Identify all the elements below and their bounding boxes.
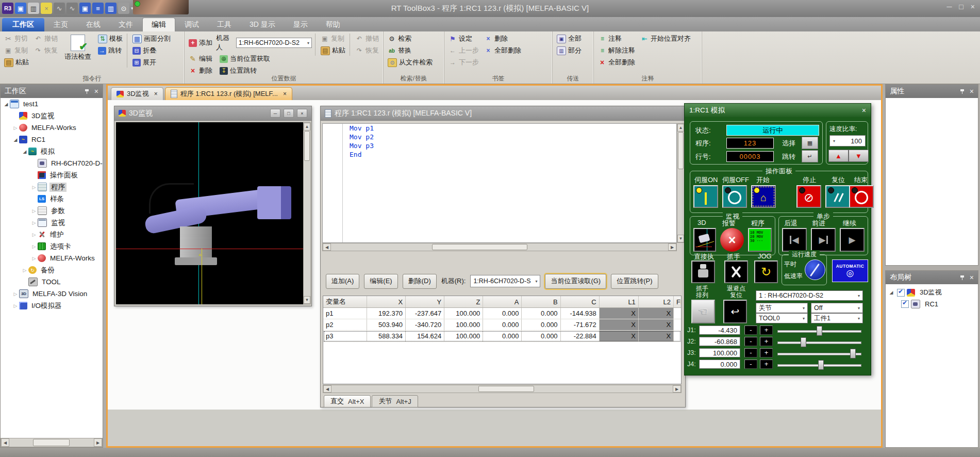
tree-item-backup[interactable]: ▷↻备份 [1, 264, 103, 276]
position-copy-button[interactable]: ▣复制 [320, 34, 346, 44]
tree-item-maintenance[interactable]: ▷维护 [1, 228, 103, 240]
col-header[interactable]: L2 [639, 296, 674, 307]
scrollbar-thumb[interactable] [304, 131, 310, 161]
slider-thumb[interactable] [850, 349, 856, 358]
slider-thumb[interactable] [818, 360, 824, 370]
slider-thumb[interactable] [817, 326, 822, 336]
j2-minus-button[interactable]: - [744, 337, 757, 346]
append-button[interactable]: 追加(A) [326, 274, 359, 289]
start-button[interactable]: ⌂ [751, 185, 776, 208]
window-close-button[interactable]: × [297, 109, 307, 118]
collapse-button[interactable]: ⊟折叠 [131, 45, 172, 56]
program-monitor-button[interactable]: 10 MOV 20 MOV 30 ··· [748, 228, 772, 252]
tab-home[interactable]: 主页 [45, 18, 77, 31]
tree-item-tool[interactable]: TOOL [1, 276, 103, 288]
code-vscrollbar[interactable]: ▲ ▼ [677, 123, 685, 243]
off-dropdown[interactable]: Off▾ [811, 303, 863, 313]
get-current-position-button[interactable]: ⊕当前位置获取 [219, 54, 271, 64]
mdi-tab-program[interactable]: 程序 1:RC1 123.r (模拟) [MELF...× [165, 87, 292, 100]
pin-icon[interactable] [85, 89, 89, 94]
operation-panel-close-icon[interactable]: × [862, 108, 866, 113]
table-row[interactable]: p1 192.370 -237.647 100.000 0.000 0.000 … [323, 308, 681, 319]
position-redo-button[interactable]: ↷恢复 [354, 45, 380, 56]
maximize-button[interactable]: □ [959, 3, 963, 11]
j4-plus-button[interactable]: + [760, 360, 773, 369]
jump-button[interactable]: →跳转 [97, 45, 124, 56]
automatic-button[interactable]: AUTOMATIC ◎ [832, 259, 868, 282]
tab-3d-display[interactable]: 3D 显示 [241, 18, 284, 31]
close-button[interactable]: × [971, 3, 975, 11]
slider-thumb[interactable] [801, 337, 806, 347]
code-line[interactable]: 1Mov p1 [323, 124, 676, 133]
tree-item-io-simulator[interactable]: ▷I/O模拟器 [1, 300, 103, 312]
transfer-all-button[interactable]: ▣全部 [556, 34, 583, 44]
tab-workspace[interactable]: 工作区 [2, 18, 44, 31]
tab-file[interactable]: 文件 [110, 18, 142, 31]
j3-plus-button[interactable]: + [760, 348, 773, 357]
bookmark-delete-button[interactable]: ×删除 [483, 34, 522, 44]
col-header[interactable]: Y [406, 296, 444, 307]
end-button[interactable] [849, 185, 874, 208]
minimize-button[interactable]: ─ [946, 3, 952, 11]
j1-slider[interactable] [777, 325, 861, 336]
screen-split-button[interactable]: ▦画面分割 [131, 34, 172, 44]
j4-slider[interactable] [777, 360, 861, 370]
robot-select-dropdown[interactable]: 1:RH-6CH7020-D-S2▾ [236, 38, 312, 48]
tool-dropdown[interactable]: TOOL0▾ [756, 313, 808, 323]
tree-item-operation-panel[interactable]: 操作面板 [1, 169, 103, 181]
expand-arrow-icon[interactable]: ◢ [12, 137, 19, 142]
table-row[interactable]: p2 503.940 -340.720 100.000 0.000 0.000 … [323, 319, 681, 331]
scroll-right-icon[interactable]: ▶ [94, 438, 102, 447]
edit-button[interactable]: 编辑(E) [364, 274, 397, 289]
cut-button[interactable]: ✂剪切 [3, 34, 30, 44]
search-in-files-button[interactable]: ⊙从文件检索 [387, 57, 434, 68]
servo-off-button[interactable] [722, 185, 747, 208]
expand-button[interactable]: ⊞展开 [131, 57, 172, 68]
collapse-arrow-icon[interactable]: ▷ [30, 232, 38, 237]
j2-value-field[interactable]: -60.868 [699, 337, 740, 346]
workpiece-dropdown[interactable]: 工件1▾ [811, 313, 863, 323]
tree-item-option-card[interactable]: ▷选项卡 [1, 240, 103, 252]
tree-item-test1[interactable]: ◢test1 [1, 98, 103, 110]
tab-display[interactable]: 显示 [285, 18, 317, 31]
hand-button[interactable] [724, 260, 748, 283]
col-header[interactable]: L1 [600, 296, 639, 307]
tab-joint[interactable]: 关节Alt+J [372, 395, 418, 407]
tree-item-rc1[interactable]: ◢~RC1 [1, 134, 103, 145]
col-header-clipped[interactable]: FL1 [674, 296, 681, 307]
col-header[interactable]: Z [444, 296, 483, 307]
j3-slider[interactable] [777, 348, 861, 358]
expand-arrow-icon[interactable]: ◢ [3, 102, 10, 107]
layout-item-rc1[interactable]: RC1 [888, 298, 976, 309]
table-hscrollbar[interactable]: ◀ ▶ [323, 385, 682, 393]
speed-knob[interactable] [805, 259, 825, 280]
copy-button[interactable]: ▣复制 [3, 45, 30, 56]
mdi-tab-3d-monitor[interactable]: 3D监视× [111, 87, 163, 100]
hand-align-button[interactable]: ☞ [691, 300, 715, 323]
robot-dropdown[interactable]: 1:RH-6CH7020-D-S▾ [470, 275, 540, 287]
align-start-position-button[interactable]: ⇤开始位置对齐 [639, 34, 692, 44]
code-line[interactable]: 3Mov p3 [323, 141, 676, 150]
tab-online[interactable]: 在线 [77, 18, 109, 31]
replace-button[interactable]: ab替换 [387, 45, 434, 56]
jog-button[interactable]: ↻ [754, 260, 778, 283]
delete-button[interactable]: 删除(D) [403, 274, 437, 289]
position-jump-button[interactable]: 位置跳转(P) [611, 274, 658, 289]
tree-item-melfa-3d-vision[interactable]: ▷3DMELFA-3D Vision [1, 288, 103, 300]
tab-edit[interactable]: 编辑 [142, 18, 175, 31]
search-button[interactable]: ⊙检索 [387, 34, 434, 44]
tab-help[interactable]: 帮助 [317, 18, 349, 31]
layout-tree-close-icon[interactable]: × [970, 275, 974, 280]
tree-item-parameter[interactable]: ▷参数 [1, 205, 103, 217]
comment-delete-all-button[interactable]: ×全部删除 [597, 57, 636, 68]
col-header[interactable]: B [522, 296, 560, 307]
uncomment-button[interactable]: ≡解除注释 [597, 45, 636, 56]
scroll-up-icon[interactable]: ▲ [677, 124, 684, 132]
collapse-arrow-icon[interactable]: ▷ [12, 303, 19, 308]
tree-item-simulation[interactable]: ◢~模拟 [1, 145, 103, 157]
tree-item-robot-model[interactable]: RH-6CH7020-D-S [1, 157, 103, 169]
speed-dropdown[interactable]: ▾100 [829, 135, 866, 146]
collapse-arrow-icon[interactable]: ▷ [12, 125, 19, 130]
read-current-position-button[interactable]: 当前位置读取(G) [545, 274, 606, 289]
syntax-check-button[interactable]: 语法检查 [62, 34, 94, 61]
